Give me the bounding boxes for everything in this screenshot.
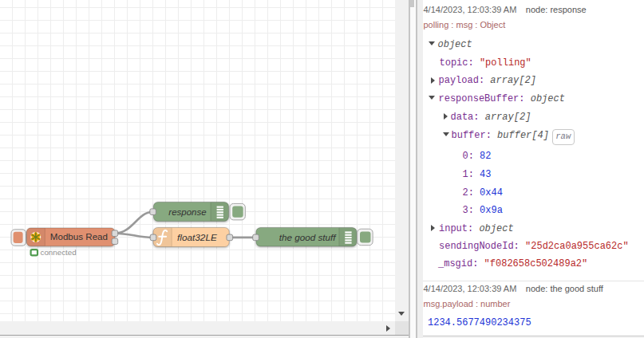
svg-text:connected: connected bbox=[41, 248, 77, 257]
svg-text:response: response bbox=[168, 207, 206, 217]
svg-text:Modbus Read: Modbus Read bbox=[50, 231, 108, 242]
svg-text:the good stuff: the good stuff bbox=[279, 232, 338, 242]
svg-text:float32LE: float32LE bbox=[177, 232, 217, 243]
